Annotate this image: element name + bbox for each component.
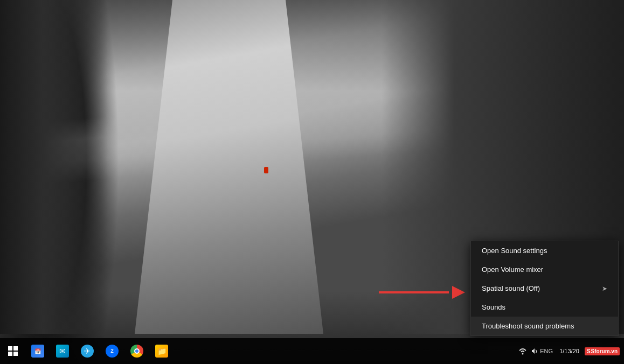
tray-time-display: 1/13/20 (559, 347, 579, 355)
system-clock[interactable]: 1/13/20 (556, 347, 583, 355)
calendar-icon: 📅 (31, 345, 44, 358)
volume-icon[interactable] (530, 347, 539, 355)
chrome-icon (130, 345, 143, 358)
arrow-line (379, 291, 449, 293)
climber-figure (264, 167, 268, 173)
tray-icons: ENG (515, 347, 554, 355)
arrow-head (452, 286, 465, 299)
menu-item-troubleshoot-sound[interactable]: Troubleshoot sound problems (471, 317, 618, 335)
taskbar-file-explorer-icon[interactable]: 📁 (150, 339, 174, 363)
language-indicator[interactable]: ENG (542, 347, 551, 355)
rock-left (0, 0, 108, 334)
menu-item-spatial-sound[interactable]: Spatial sound (Off) ➤ (471, 279, 618, 298)
telegram-icon: ✈ (81, 345, 94, 358)
taskbar-chrome-icon[interactable] (125, 339, 149, 363)
taskbar-app-icons: 📅 ✉ ✈ Z (26, 339, 515, 363)
red-arrow (379, 284, 465, 300)
taskbar-telegram-icon[interactable]: ✈ (75, 339, 99, 363)
menu-item-open-sound-settings[interactable]: Open Sound settings (471, 241, 618, 260)
system-tray: ENG 1/13/20 S Sforum.vn (515, 347, 624, 355)
zalo-icon: Z (106, 345, 119, 358)
taskbar-mail-icon[interactable]: ✉ (51, 339, 74, 363)
menu-item-sounds[interactable]: Sounds (471, 298, 618, 317)
file-explorer-icon: 📁 (155, 345, 168, 358)
svg-point-0 (522, 353, 524, 355)
start-button[interactable] (0, 338, 26, 364)
windows-logo-icon (8, 346, 18, 356)
mail-icon: ✉ (56, 345, 69, 358)
network-icon[interactable] (518, 347, 527, 355)
taskbar-calendar-icon[interactable]: 📅 (26, 339, 50, 363)
chevron-right-icon: ➤ (602, 285, 607, 292)
taskbar: 📅 ✉ ✈ Z (0, 338, 624, 364)
taskbar-zalo-icon[interactable]: Z (100, 339, 124, 363)
context-menu: Open Sound settings Open Volume mixer Sp… (470, 241, 619, 336)
menu-item-open-volume-mixer[interactable]: Open Volume mixer (471, 260, 618, 279)
sforum-badge[interactable]: S Sforum.vn (585, 347, 620, 355)
desktop: Open Sound settings Open Volume mixer Sp… (0, 0, 624, 364)
